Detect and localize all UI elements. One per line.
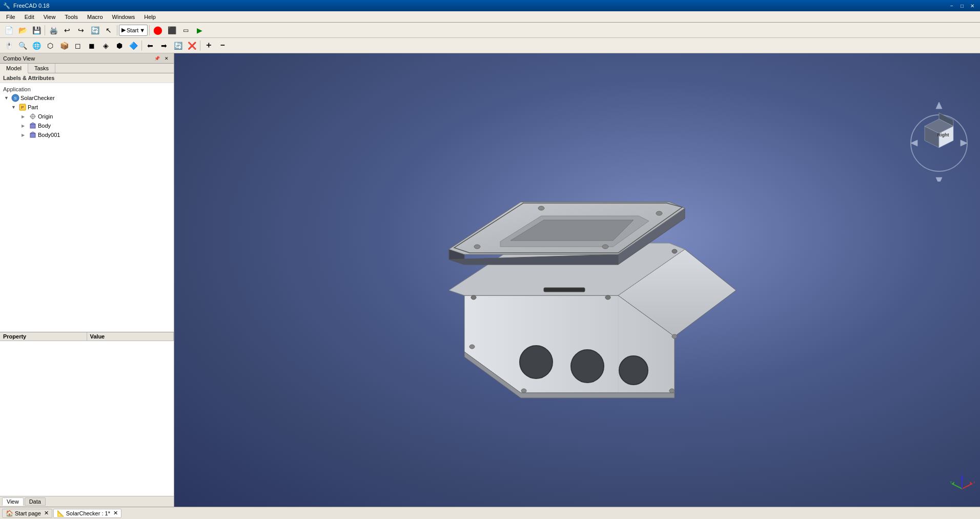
macro-button1[interactable]: ▭ — [179, 24, 192, 36]
tree-label-part: Part — [28, 104, 38, 110]
tree-arrow: ▼ — [4, 95, 11, 101]
view-front-button[interactable]: 📦 — [57, 39, 71, 52]
combo-close-button[interactable]: ✕ — [162, 54, 171, 63]
tree-item-part[interactable]: ▼ P Part — [0, 103, 174, 112]
cursor-button[interactable]: ↖ — [102, 24, 115, 36]
tree-arrow-body001: ▶ — [22, 133, 29, 137]
svg-text:Right: Right — [937, 132, 949, 137]
menu-windows[interactable]: Windows — [108, 13, 139, 21]
status-start-page[interactable]: 🏠 Start page ✕ — [2, 509, 52, 518]
macro-record-button[interactable]: ⬤ — [151, 24, 165, 36]
status-solarchecker-page[interactable]: 📐 SolarChecker : 1* ✕ — [53, 509, 121, 518]
minimize-button[interactable]: − — [947, 2, 956, 10]
tree-label-origin: Origin — [38, 113, 53, 119]
stop-button[interactable]: ❌ — [185, 39, 198, 52]
svg-point-32 — [571, 350, 604, 383]
view-right-button[interactable]: ◼ — [85, 39, 98, 52]
sep5 — [200, 41, 200, 51]
svg-point-31 — [520, 346, 553, 378]
svg-text:Z: Z — [961, 472, 964, 475]
3d-model — [398, 147, 757, 413]
start-page-icon: 🏠 — [6, 510, 13, 517]
menu-macro[interactable]: Macro — [83, 13, 107, 21]
tab-view[interactable]: View — [2, 497, 24, 506]
part-icon: P — [18, 103, 27, 111]
view-prev-button[interactable]: ⬅ — [144, 39, 157, 52]
maximize-button[interactable]: □ — [957, 2, 967, 10]
property-panel: Property Value — [0, 332, 174, 496]
zoom-out-button[interactable]: － — [216, 39, 229, 52]
start-page-label: Start page — [15, 510, 41, 516]
tree-item-solarchecker[interactable]: ▼ S SolarChecker — [0, 93, 174, 103]
tree-item-origin[interactable]: ▶ Origin — [0, 112, 174, 121]
view-special-button[interactable]: 🔷 — [127, 39, 140, 52]
window-controls: − □ ✕ — [947, 2, 977, 10]
workbench-label: Start — [127, 27, 138, 33]
redo-button[interactable]: ↪ — [74, 24, 88, 36]
sync-button[interactable]: 🔄 — [171, 39, 185, 52]
svg-rect-34 — [544, 288, 585, 292]
body-icon — [29, 122, 37, 130]
view-top-button[interactable]: ◻ — [71, 39, 85, 52]
statusbar: 🏠 Start page ✕ 📐 SolarChecker : 1* ✕ — [0, 507, 980, 519]
toolbar-view: 🖱️ 🔍 🌐 ⬡ 📦 ◻ ◼ ◈ ⬢ 🔷 ⬅ ➡ 🔄 ❌ ＋ － — [0, 38, 980, 53]
dropdown-arrow-icon: ▼ — [139, 27, 145, 33]
property-body — [0, 341, 174, 496]
zoom-fit-button[interactable]: 🔍 — [16, 39, 29, 52]
tab-tasks[interactable]: Tasks — [28, 64, 55, 73]
tree-arrow-origin: ▶ — [22, 114, 29, 119]
svg-point-30 — [672, 249, 677, 253]
view-iso2-button[interactable]: ⬢ — [113, 39, 126, 52]
svg-text:P: P — [21, 105, 24, 110]
property-col-header: Property — [0, 332, 87, 341]
tree-arrow-part: ▼ — [11, 105, 18, 110]
open-file-button[interactable]: 📂 — [16, 24, 29, 36]
new-file-button[interactable]: 📄 — [2, 24, 15, 36]
macro-stop-button[interactable]: ⬛ — [165, 24, 178, 36]
print-button[interactable]: 🖨️ — [47, 24, 60, 36]
svg-marker-8 — [30, 123, 35, 124]
view-home-button[interactable]: ⬡ — [44, 39, 57, 52]
app-title: 🔧 FreeCAD 0.18 — [3, 3, 49, 9]
tab-model[interactable]: Model — [0, 64, 28, 73]
std-view-button[interactable]: 🌐 — [30, 39, 43, 52]
undo-button[interactable]: ↩ — [60, 24, 74, 36]
menu-tools[interactable]: Tools — [60, 13, 82, 21]
menu-edit[interactable]: Edit — [21, 13, 38, 21]
menu-help[interactable]: Help — [140, 13, 160, 21]
combo-pin-button[interactable]: 📌 — [153, 54, 161, 63]
draw-style-button[interactable]: 🖱️ — [2, 39, 15, 52]
refresh-button[interactable]: 🔄 — [88, 24, 101, 36]
menu-file[interactable]: File — [2, 13, 19, 21]
tree-item-body001[interactable]: ▶ Body001 — [0, 130, 174, 139]
macro-play-button[interactable]: ▶ — [193, 24, 206, 36]
menubar: File Edit View Tools Macro Windows Help — [0, 11, 980, 23]
close-button[interactable]: ✕ — [968, 2, 977, 10]
start-page-close[interactable]: ✕ — [44, 510, 49, 516]
toolbar-main: 📄 📂 💾 🖨️ ↩ ↪ 🔄 ↖ ▶ Start ▼ ⬤ ⬛ ▭ ▶ — [0, 23, 980, 38]
zoom-in-button[interactable]: ＋ — [202, 39, 215, 52]
nav-cube[interactable]: Right — [908, 94, 970, 182]
svg-point-27 — [656, 211, 662, 215]
titlebar: 🔧 FreeCAD 0.18 − □ ✕ — [0, 0, 980, 11]
left-panel: Combo View 📌 ✕ Model Tasks Labels & Attr… — [0, 53, 174, 507]
view-iso-button[interactable]: ◈ — [99, 39, 112, 52]
view-next-button[interactable]: ➡ — [157, 39, 171, 52]
title-text: FreeCAD 0.18 — [13, 3, 49, 9]
menu-view[interactable]: View — [39, 13, 60, 21]
combo-view-title: Combo View — [3, 55, 35, 62]
app-label: Application — [0, 85, 174, 93]
svg-point-25 — [602, 245, 608, 249]
tree-label-solarchecker: SolarChecker — [21, 95, 55, 101]
viewport-3d[interactable]: Right X Y Z — [174, 53, 980, 507]
svg-marker-41 — [936, 102, 942, 109]
axis-indicator: X Y Z — [949, 471, 970, 491]
tree-item-body[interactable]: ▶ Body — [0, 121, 174, 130]
svg-text:X: X — [973, 481, 975, 484]
solarchecker-page-close[interactable]: ✕ — [113, 510, 118, 516]
save-button[interactable]: 💾 — [30, 24, 43, 36]
svg-marker-42 — [936, 177, 942, 182]
workbench-dropdown[interactable]: ▶ Start ▼ — [119, 25, 148, 36]
tab-data[interactable]: Data — [25, 497, 46, 506]
svg-rect-9 — [30, 133, 35, 137]
